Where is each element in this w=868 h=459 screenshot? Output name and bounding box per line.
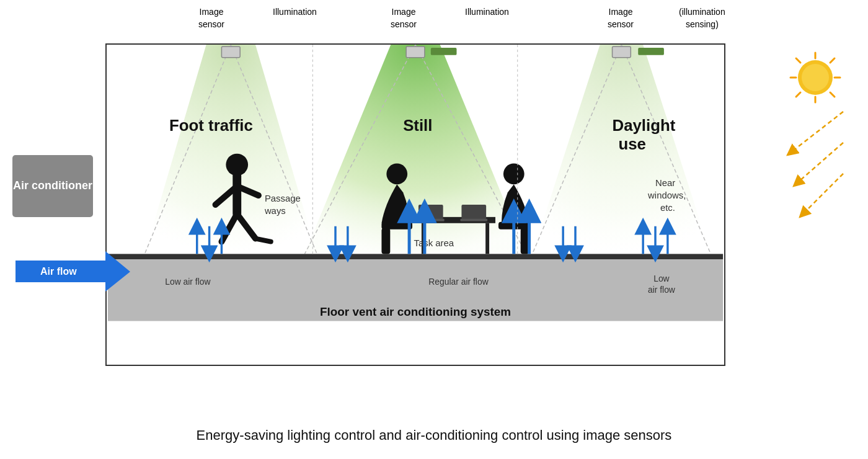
svg-rect-16 (638, 48, 664, 55)
svg-line-27 (221, 214, 237, 242)
sensor-label-3: Image sensor (608, 6, 634, 30)
svg-text:Regular air flow: Regular air flow (428, 277, 489, 287)
svg-rect-41 (418, 205, 443, 220)
svg-line-29 (255, 239, 271, 242)
svg-line-83 (787, 112, 843, 155)
illumination-label-3: (illumination sensing) (679, 6, 725, 30)
caption: Energy-saving lighting control and air-c… (6, 427, 862, 443)
svg-rect-36 (381, 222, 412, 230)
svg-text:windows,: windows, (647, 190, 686, 200)
svg-text:air flow: air flow (648, 285, 676, 295)
svg-line-81 (796, 92, 800, 97)
svg-text:Still: Still (403, 117, 432, 134)
svg-text:use: use (618, 135, 645, 153)
svg-rect-32 (409, 217, 495, 223)
svg-point-35 (386, 164, 407, 185)
svg-line-79 (830, 92, 835, 97)
diagram-box: Foot traffic Still Daylight use Passage (105, 43, 725, 366)
svg-text:Passage: Passage (265, 194, 301, 203)
svg-rect-40 (521, 228, 529, 254)
svg-line-26 (237, 186, 259, 195)
svg-text:Air flow: Air flow (40, 266, 77, 277)
svg-point-38 (503, 164, 525, 185)
svg-line-84 (794, 143, 843, 186)
svg-rect-42 (417, 219, 445, 221)
svg-text:Foot traffic: Foot traffic (169, 117, 253, 134)
svg-text:Daylight: Daylight (613, 117, 676, 134)
svg-rect-33 (422, 223, 425, 254)
svg-rect-18 (108, 259, 723, 321)
svg-line-8 (304, 45, 415, 254)
ac-unit: Air conditioner (12, 155, 93, 217)
svg-rect-15 (613, 47, 631, 58)
svg-line-80 (830, 58, 835, 63)
svg-text:Task area: Task area (414, 238, 454, 248)
svg-line-11 (621, 45, 711, 254)
sun-icon (787, 50, 843, 105)
illumination-label-1: Illumination (273, 6, 317, 19)
svg-rect-44 (460, 219, 487, 221)
svg-text:Low: Low (653, 274, 670, 283)
svg-text:Near: Near (655, 178, 675, 188)
svg-line-78 (796, 58, 800, 63)
svg-text:etc.: etc. (660, 203, 675, 213)
ac-label: Air conditioner (13, 179, 92, 193)
svg-marker-3 (144, 45, 317, 254)
svg-line-7 (231, 45, 317, 254)
svg-rect-13 (406, 47, 425, 58)
airflow-arrow-svg: Air flow (9, 248, 133, 298)
svg-line-9 (415, 45, 526, 254)
svg-rect-43 (461, 205, 486, 220)
diagram-svg: Foot traffic Still Daylight use Passage (107, 45, 724, 365)
svg-line-6 (144, 45, 231, 254)
svg-marker-4 (304, 45, 526, 254)
svg-text:Floor vent air conditioning sy: Floor vent air conditioning system (320, 305, 511, 318)
svg-rect-37 (381, 228, 390, 254)
svg-point-73 (802, 64, 829, 91)
sun-rays-svg (775, 105, 849, 230)
main-container: Image sensor Illumination Image sensor I… (6, 6, 862, 453)
svg-marker-5 (533, 45, 711, 254)
svg-rect-17 (108, 254, 723, 259)
svg-rect-12 (221, 47, 240, 58)
svg-point-23 (226, 154, 248, 176)
sensor-label-1: Image sensor (198, 6, 224, 30)
svg-text:ways: ways (264, 206, 286, 216)
svg-line-85 (800, 174, 843, 217)
svg-line-28 (237, 214, 255, 239)
svg-rect-34 (485, 223, 489, 254)
illumination-label-2: Illumination (465, 6, 509, 19)
svg-rect-39 (498, 222, 529, 230)
svg-text:Low air flow: Low air flow (165, 277, 211, 287)
svg-line-10 (533, 45, 622, 254)
sensor-label-2: Image sensor (391, 6, 417, 30)
svg-line-25 (216, 186, 237, 205)
svg-rect-14 (431, 48, 457, 55)
